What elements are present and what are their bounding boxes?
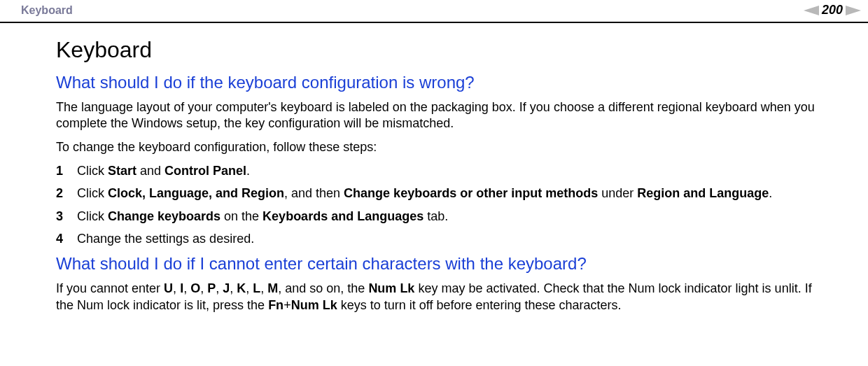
section-heading: What should I do if the keyboard configu… (56, 73, 826, 92)
step-item: 4Change the settings as desired. (56, 230, 826, 247)
step-number: 3 (56, 208, 77, 225)
page-header: Keyboard 200 (0, 0, 868, 23)
step-item: 1Click Start and Control Panel. (56, 162, 826, 179)
svg-marker-1 (846, 6, 861, 15)
step-item: 2Click Clock, Language, and Region, and … (56, 185, 826, 202)
document-page: Keyboard 200 Keyboard What should I do i… (0, 0, 868, 366)
step-text: Click Start and Control Panel. (77, 162, 826, 179)
steps-list: 1Click Start and Control Panel.2Click Cl… (56, 162, 826, 247)
page-number: 200 (822, 3, 843, 17)
step-text: Change the settings as desired. (77, 230, 826, 247)
section-heading: What should I do if I cannot enter certa… (56, 254, 826, 274)
svg-marker-0 (804, 6, 819, 15)
body-text: To change the keyboard configuration, fo… (56, 139, 826, 155)
body-text: The language layout of your computer's k… (56, 99, 826, 132)
step-number: 2 (56, 185, 77, 202)
step-number: 4 (56, 230, 77, 247)
next-page-icon[interactable] (846, 6, 861, 15)
prev-page-icon[interactable] (804, 6, 819, 15)
step-text: Click Clock, Language, and Region, and t… (77, 185, 826, 202)
page-title: Keyboard (56, 37, 826, 63)
breadcrumb[interactable]: Keyboard (21, 4, 73, 17)
step-number: 1 (56, 162, 77, 179)
step-item: 3Click Change keyboards on the Keyboards… (56, 208, 826, 225)
step-text: Click Change keyboards on the Keyboards … (77, 208, 826, 225)
body-text: If you cannot enter U, I, O, P, J, K, L,… (56, 281, 826, 314)
page-content: Keyboard What should I do if the keyboar… (0, 23, 868, 328)
page-nav: 200 (804, 3, 861, 17)
